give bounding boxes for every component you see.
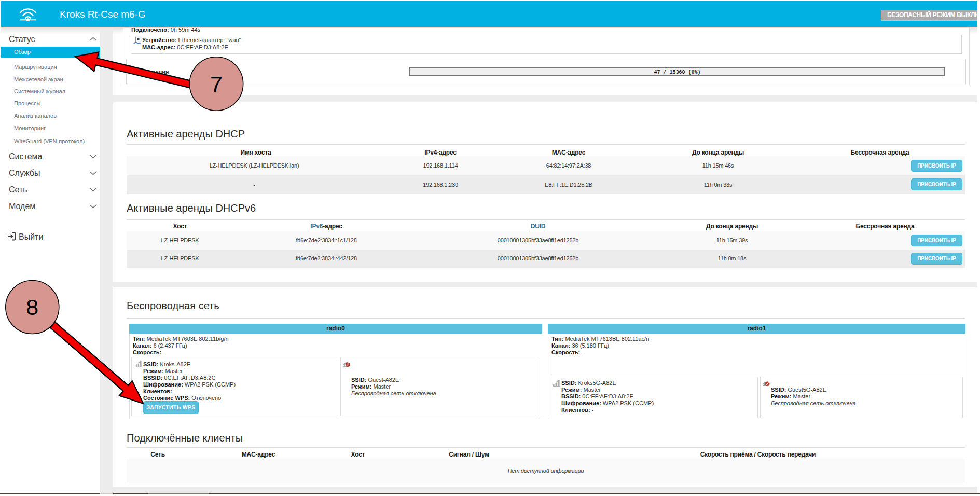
svg-text:8: 8 (26, 295, 38, 320)
